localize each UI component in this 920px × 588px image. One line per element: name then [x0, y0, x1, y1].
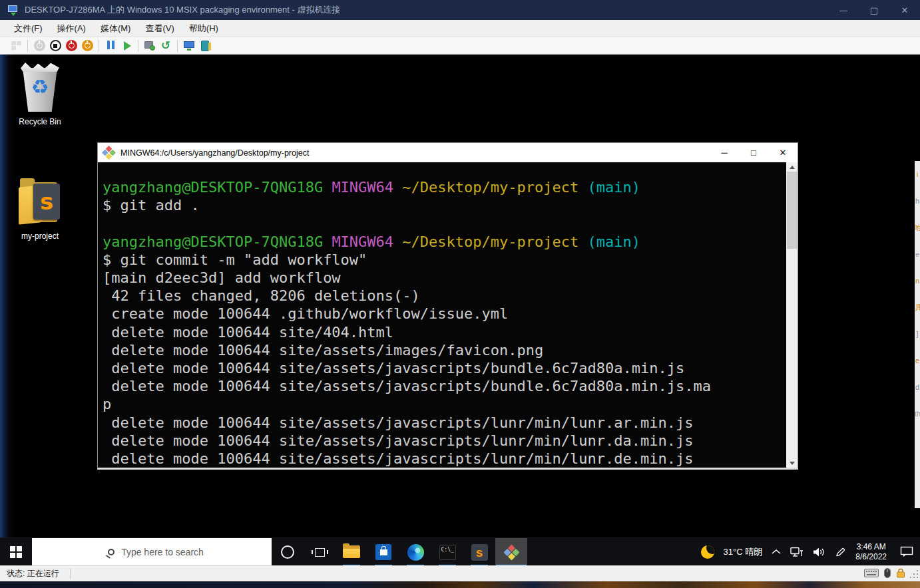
terminal-close-button[interactable]: ✕ [768, 143, 798, 162]
weather-widget[interactable]: 31°C 晴朗 [724, 546, 763, 558]
terminal-text-segment: MINGW64 [332, 233, 402, 250]
terminal-body[interactable]: yangzhang@DESKTOP-7QNG18G MINGW64 ~/Desk… [98, 162, 798, 468]
menu-item-file[interactable]: 文件(F) [7, 20, 50, 37]
terminal-line: create mode 100644 .github/workflow/issu… [103, 305, 784, 323]
taskbar-app-task-view[interactable] [304, 538, 336, 565]
menu-item-action[interactable]: 操作(A) [50, 20, 93, 37]
terminal-text-segment: delete mode 100644 site/assets/javascrip… [103, 450, 693, 467]
toolbar-ctrl-alt-del-button[interactable] [8, 39, 24, 53]
windows-logo-icon [10, 546, 22, 558]
taskbar-app-edge[interactable] [399, 538, 431, 565]
sliver-text-fragment: th [915, 400, 920, 427]
terminal-text-segment: ~/Desktop/my-project [402, 179, 587, 196]
scroll-down-icon[interactable] [786, 458, 798, 468]
moon-weather-icon[interactable] [701, 545, 714, 559]
toolbar-pause-button[interactable] [103, 39, 118, 53]
vm-desktop[interactable]: ♻ Recycle Bin s my-project MINGW64:/c/Us… [0, 55, 920, 565]
terminal-output: yangzhang@DESKTOP-7QNG18G MINGW64 ~/Desk… [98, 162, 798, 468]
toolbar-separator [138, 40, 138, 52]
menu-item-help[interactable]: 帮助(H) [182, 20, 226, 37]
terminal-text-segment: delete mode 100644 site/404.html [103, 324, 393, 341]
taskbar-app-command-prompt[interactable]: C:\_ [431, 538, 463, 565]
vm-minimize-button[interactable]: — [828, 0, 859, 20]
terminal-text-segment: delete mode 100644 site/assets/javascrip… [103, 360, 684, 376]
terminal-line: p [103, 395, 784, 413]
start-button[interactable] [0, 538, 32, 565]
taskbar-app-microsoft-store[interactable] [367, 538, 399, 565]
terminal-line [103, 214, 784, 232]
task-view-icon [315, 548, 325, 557]
command-prompt-icon: C:\_ [439, 545, 456, 560]
vm-maximize-button[interactable]: □ [859, 0, 889, 20]
toolbar-shut-down-button[interactable] [63, 39, 79, 53]
background-window-sliver[interactable]: ih咐en具]edth [915, 161, 920, 508]
terminal-text-segment: delete mode 100644 site/assets/javascrip… [103, 432, 693, 449]
terminal-line: delete mode 100644 site/assets/javascrip… [103, 432, 784, 450]
terminal-line: delete mode 100644 site/assets/javascrip… [103, 359, 784, 377]
toolbar-start-button[interactable] [31, 39, 47, 53]
terminal-text-segment: ~/Desktop/my-project [402, 233, 587, 250]
toolbar-resume-button[interactable] [118, 39, 134, 53]
terminal-text-segment: delete mode 100644 site/assets/javascrip… [103, 414, 693, 431]
vm-titlebar[interactable]: DESKTOP-J7286MA 上的 Windows 10 MSIX packa… [0, 0, 920, 20]
cortana-button[interactable] [272, 538, 304, 565]
toolbar-separator [99, 40, 99, 52]
vm-menubar: 文件(F)操作(A)媒体(M)查看(V)帮助(H) [0, 20, 920, 37]
scrollbar-thumb[interactable] [787, 172, 797, 249]
scroll-up-icon[interactable] [786, 162, 798, 172]
terminal-text-segment: delete mode 100644 site/assets/images/fa… [103, 342, 543, 359]
sliver-text-fragment: e [915, 347, 920, 374]
taskbar-app-git-bash[interactable] [495, 538, 527, 565]
toolbar-turn-off-button[interactable] [47, 39, 63, 53]
terminal-line: delete mode 100644 site/assets/javascrip… [103, 414, 784, 432]
terminal-text-segment: (main) [588, 179, 640, 196]
vm-close-button[interactable]: ✕ [889, 0, 920, 20]
terminal-line: 42 files changed, 8206 deletions(-) [103, 287, 784, 305]
date: 8/6/2022 [855, 552, 887, 562]
terminal-maximize-button[interactable]: □ [739, 143, 768, 162]
toolbar-separator [177, 40, 178, 52]
pen-icon[interactable] [835, 547, 846, 557]
toolbar-save-button[interactable] [79, 39, 95, 53]
toolbar-enhanced-session-button[interactable] [181, 39, 197, 53]
taskbar-search-input[interactable]: Type here to search [32, 538, 272, 565]
action-center-icon[interactable] [900, 546, 913, 557]
terminal-line: $ git commit -m "add workflow" [103, 251, 784, 269]
cortana-icon [281, 545, 294, 559]
keyboard-icon [864, 569, 879, 579]
terminal-titlebar[interactable]: MINGW64:/c/Users/yangzhang/Desktop/my-pr… [98, 143, 798, 162]
mingw64-terminal-window: MINGW64:/c/Users/yangzhang/Desktop/my-pr… [97, 142, 798, 470]
mouse-icon [884, 568, 891, 580]
hyperv-vm-icon [7, 5, 19, 15]
menu-item-media[interactable]: 媒体(M) [93, 20, 138, 37]
sliver-text-fragment: ] [915, 321, 920, 347]
system-tray: 31°C 晴朗 3:46 AM 8/6/2022 [701, 538, 920, 565]
chevron-up-icon[interactable] [772, 549, 781, 555]
toolbar-share-device-button[interactable] [197, 39, 213, 53]
sliver-text-fragment: 具 [915, 294, 920, 321]
desktop-icon-recycle-bin[interactable]: ♻ Recycle Bin [9, 60, 71, 126]
volume-icon[interactable] [813, 547, 825, 557]
taskbar-app-sublime-text[interactable]: s [463, 538, 495, 565]
menu-item-view[interactable]: 查看(V) [138, 20, 181, 37]
network-icon[interactable] [790, 547, 804, 557]
file-explorer-icon [343, 545, 360, 559]
desktop-icon-my-project[interactable]: s my-project [9, 176, 71, 241]
taskbar: Type here to search C:\_s 31°C 晴朗 [0, 537, 920, 565]
taskbar-app-file-explorer[interactable] [336, 538, 367, 565]
toolbar-checkpoint-button[interactable] [142, 39, 158, 53]
terminal-minimize-button[interactable]: ─ [710, 143, 739, 162]
resize-grip[interactable] [909, 569, 919, 579]
sliver-text-fragment: e [915, 241, 920, 267]
terminal-line: [main d2eec3d] add workflow [103, 269, 784, 287]
terminal-line: delete mode 100644 site/404.html [103, 323, 784, 341]
microsoft-store-icon [375, 544, 391, 560]
vm-statusbar: 状态: 正在运行 [0, 565, 920, 581]
time: 3:46 AM [855, 542, 887, 552]
clock[interactable]: 3:46 AM 8/6/2022 [855, 542, 887, 562]
vm-toolbar: ↺ [0, 37, 920, 55]
terminal-text-segment: (main) [588, 233, 640, 250]
toolbar-revert-button[interactable]: ↺ [158, 39, 174, 53]
terminal-scrollbar[interactable] [786, 162, 798, 468]
vm-window-title: DESKTOP-J7286MA 上的 Windows 10 MSIX packa… [25, 4, 828, 16]
